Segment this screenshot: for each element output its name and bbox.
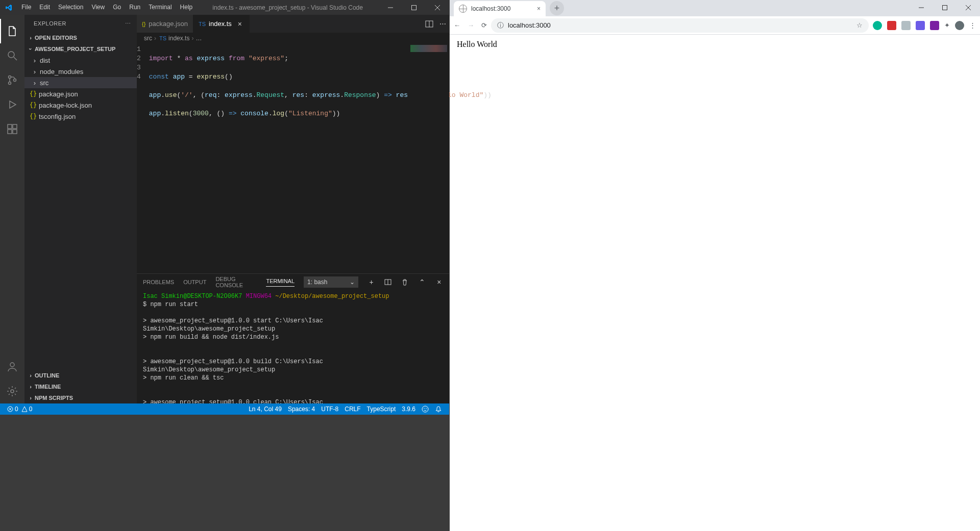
maximize-panel-icon[interactable]: ⌃ <box>419 278 426 286</box>
folder-node-modules[interactable]: › node_modules <box>24 66 137 77</box>
menu-go[interactable]: Go <box>109 0 125 15</box>
status-errors[interactable]: 0 <box>4 406 21 413</box>
kill-terminal-icon[interactable] <box>401 279 409 286</box>
file-package-json[interactable]: {} package.json <box>24 88 137 99</box>
menu-run[interactable]: Run <box>125 0 144 15</box>
extension-icon[interactable] <box>930 21 939 30</box>
minimap[interactable] <box>408 44 449 273</box>
feedback-icon[interactable] <box>419 406 432 413</box>
file-tsconfig[interactable]: {} tsconfig.json <box>24 111 137 122</box>
menu-edit[interactable]: Edit <box>35 0 54 15</box>
folder-src[interactable]: › src <box>24 77 137 88</box>
svg-point-23 <box>424 408 425 409</box>
extensions-icon[interactable] <box>0 117 24 141</box>
outline-label: OUTLINE <box>35 372 59 378</box>
svg-rect-9 <box>8 124 12 129</box>
address-bar[interactable]: ⓘ localhost:3000 ☆ <box>491 18 869 33</box>
terminal-selector[interactable]: 1: bash ⌄ <box>304 276 358 288</box>
browser-menu-icon[interactable]: ⋮ <box>969 21 976 29</box>
menu-view[interactable]: View <box>87 0 109 15</box>
menu-terminal[interactable]: Terminal <box>144 0 176 15</box>
status-lncol[interactable]: Ln 4, Col 49 <box>246 406 285 413</box>
extension-icon[interactable] <box>916 21 925 30</box>
minimize-icon[interactable] <box>379 0 402 15</box>
terminal-tab[interactable]: TERMINAL <box>266 278 295 287</box>
tab-label: package.json <box>149 20 188 28</box>
chevron-down-icon: › <box>28 45 34 53</box>
tab-index-ts[interactable]: TS index.ts × <box>193 15 250 33</box>
extension-icon[interactable] <box>955 21 964 30</box>
back-icon[interactable]: ← <box>454 21 460 29</box>
new-tab-button[interactable]: + <box>550 1 564 15</box>
code-editor[interactable]: 1 2 3 4 import * as express from "expres… <box>137 44 449 273</box>
svg-rect-10 <box>8 130 12 134</box>
maximize-icon[interactable] <box>402 0 426 15</box>
accounts-icon[interactable] <box>0 355 24 379</box>
breadcrumb-more[interactable]: … <box>195 35 202 42</box>
problems-tab[interactable]: PROBLEMS <box>143 279 174 285</box>
breadcrumb-file[interactable]: index.ts <box>168 35 189 42</box>
close-tab-icon[interactable]: × <box>236 20 244 28</box>
folder-dist[interactable]: › dist <box>24 55 137 66</box>
editor-tabs: {} package.json TS index.ts × ⋯ <box>137 15 449 33</box>
more-icon[interactable]: ⋯ <box>125 20 131 27</box>
extensions-puzzle-icon[interactable]: ✦ <box>944 21 950 29</box>
extension-icon[interactable] <box>901 21 911 30</box>
status-ts-version[interactable]: 3.9.6 <box>399 406 419 413</box>
browser-tab-localhost[interactable]: localhost:3000 × <box>454 1 546 16</box>
browser-toolbar: ← → ⟳ ⓘ localhost:3000 ☆ ✦ ⋮ <box>450 16 980 35</box>
status-encoding[interactable]: UTF-8 <box>318 406 341 413</box>
menu-help[interactable]: Help <box>176 0 197 15</box>
project-header[interactable]: › AWESOME_PROJECT_SETUP <box>24 43 137 55</box>
timeline-header[interactable]: › TIMELINE <box>24 381 137 392</box>
tab-package-json[interactable]: {} package.json <box>137 15 193 33</box>
bookmark-star-icon[interactable]: ☆ <box>856 21 863 29</box>
reload-icon[interactable]: ⟳ <box>481 21 487 29</box>
close-icon[interactable] <box>426 0 449 15</box>
file-package-lock[interactable]: {} package-lock.json <box>24 99 137 111</box>
breadcrumbs[interactable]: src › TS index.ts › … <box>137 33 449 44</box>
source-control-icon[interactable] <box>0 68 24 92</box>
extension-icon[interactable] <box>887 21 896 30</box>
split-terminal-icon[interactable] <box>384 279 392 286</box>
status-eol[interactable]: CRLF <box>341 406 363 413</box>
svg-rect-26 <box>943 6 947 10</box>
close-tab-icon[interactable]: × <box>537 5 541 12</box>
status-spaces[interactable]: Spaces: 4 <box>285 406 318 413</box>
run-debug-icon[interactable] <box>0 92 24 117</box>
explorer-icon[interactable] <box>0 19 24 43</box>
breadcrumb-src[interactable]: src <box>144 35 152 42</box>
tab-label: index.ts <box>209 20 232 28</box>
debug-console-tab[interactable]: DEBUG CONSOLE <box>215 276 257 288</box>
open-editors-header[interactable]: › OPEN EDITORS <box>24 32 137 43</box>
warning-count: 0 <box>29 406 33 413</box>
menu-selection[interactable]: Selection <box>54 0 87 15</box>
new-terminal-icon[interactable]: + <box>368 278 375 286</box>
minimize-icon[interactable] <box>910 0 933 15</box>
outline-header[interactable]: › OUTLINE <box>24 370 137 381</box>
close-panel-icon[interactable]: × <box>435 278 443 286</box>
chevron-right-icon: › <box>31 68 39 75</box>
extension-icon[interactable] <box>873 21 882 30</box>
settings-gear-icon[interactable] <box>0 379 24 403</box>
menu-file[interactable]: File <box>17 0 35 15</box>
browser-window: localhost:3000 × + ← → ⟳ ⓘ localhost:300… <box>449 0 980 531</box>
notifications-icon[interactable] <box>432 406 445 413</box>
npm-scripts-header[interactable]: › NPM SCRIPTS <box>24 392 137 403</box>
forward-icon[interactable]: → <box>468 21 474 29</box>
browser-tabs: localhost:3000 × + <box>450 0 980 16</box>
search-icon[interactable] <box>0 43 24 68</box>
chevron-down-icon: ⌄ <box>350 279 355 286</box>
chevron-right-icon: › <box>27 395 35 401</box>
site-info-icon[interactable]: ⓘ <box>497 21 504 30</box>
close-icon[interactable] <box>957 0 980 15</box>
status-warnings[interactable]: 0 <box>21 406 36 413</box>
output-tab[interactable]: OUTPUT <box>183 279 206 285</box>
chevron-right-icon: › <box>27 372 35 378</box>
split-editor-icon[interactable] <box>425 20 433 28</box>
svg-point-22 <box>422 406 428 412</box>
more-icon[interactable]: ⋯ <box>439 20 446 28</box>
maximize-icon[interactable] <box>933 0 957 15</box>
status-language[interactable]: TypeScript <box>364 406 399 413</box>
terminal-output[interactable]: Isac Simkin@DESKTOP-N2O06K7 MINGW64 ~/De… <box>137 290 449 403</box>
